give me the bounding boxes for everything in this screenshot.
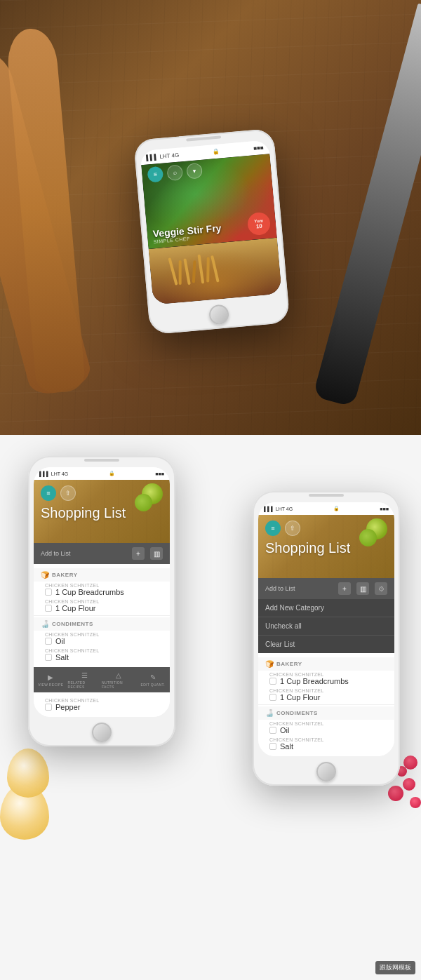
tab-view-recipe[interactable]: ▶ VIEW RECIPE [34,673,68,687]
list-item-oil-left[interactable]: CHICKEN SCHNITZEL Oil [34,631,170,647]
item-name-fl-left: 1 Cup Flour [55,604,95,612]
home-button-right[interactable] [316,762,336,781]
home-button-left[interactable] [92,723,112,742]
checkbox-salt-right[interactable] [269,743,276,750]
app-screen-1: ≡ ⌕ ▾ Veggie Stir Fry [141,154,282,304]
fry-1 [168,257,178,286]
battery-right: ■■■ [380,506,389,511]
share-icon-left: ⇧ [65,490,71,497]
gear-button-right[interactable]: ⚙ [375,582,387,595]
tab-nutrition-label: NUTRITION FACTS [102,680,136,689]
item-name-oil-left: Oil [55,637,65,645]
status-bar-right: ▌▌▌ LHT 4G 🔒 ■■■ [258,502,394,515]
list-item-salt-left[interactable]: CHICKEN SCHNITZEL Salt [34,647,170,663]
filter-icon: ▾ [192,168,196,175]
dropdown-add-category[interactable]: Add New Category [258,599,394,617]
category-bakery-left: 🍞 BAKERY [34,568,170,582]
item-name-salt-left: Salt [55,653,69,662]
phone-1: ▌▌▌ LHT 4G 🔒 ■■■ ≡ ⌕ ▾ [133,128,290,335]
item-name-fl-right: 1 Cup Flour [280,693,320,702]
dropdown-menu: Add New Category Uncheck all Clear List [258,599,394,653]
list-item-breadcrumbs-left[interactable]: CHICKEN SCHNITZEL 1 Cup Breadcrumbs [34,582,170,598]
list-item-flour-left[interactable]: CHICKEN SCHNITZEL 1 Cup Flour [34,598,170,614]
barcode-button-right[interactable]: ▥ [356,582,369,595]
checkbox-oil-left[interactable] [45,638,52,645]
watermark: 跟版网模板 [375,961,415,974]
fry-6 [206,257,210,283]
item-name-salt-right: Salt [280,742,293,751]
filter-button[interactable]: ▾ [186,163,203,180]
phone-right-wrapper: ▌▌▌ LHT 4G 🔒 ■■■ ≡ ⇧ [253,491,400,786]
checkbox-fl-right[interactable] [269,694,276,701]
dropdown-clear-list[interactable]: Clear List [258,636,394,653]
berry-5 [410,797,421,808]
list-item-breadcrumbs-right[interactable]: CHICKEN SCHNITZEL 1 Cup Breadcrumbs [258,671,394,687]
checkbox-bc-right[interactable] [269,678,276,685]
phone-left-inner: ▌▌▌ LHT 4G 🔒 ■■■ ≡ ⇧ [34,467,170,717]
category-condiments-left: 🍶 CONDIMENTS [34,617,170,631]
category-condiments-right: 🍶 CONDIMENTS [258,706,394,720]
add-to-list-label-left: Add to List [41,550,126,557]
condiments-icon-right: 🍶 [265,709,274,717]
battery-left: ■■■ [155,471,164,476]
tab-view-icon: ▶ [48,673,53,681]
bakery-icon-left: 🍞 [41,571,49,579]
tab-related-label: RELATED RECIPES [68,680,102,689]
checkbox-salt-left[interactable] [45,654,52,661]
share-button-left[interactable]: ⇧ [60,485,76,501]
list-item-pepper[interactable]: CHICKEN SCHNITZEL Pepper [34,697,170,713]
tab-nutrition[interactable]: △ NUTRITION FACTS [102,671,136,689]
phone-right-inner: ▌▌▌ LHT 4G 🔒 ■■■ ≡ ⇧ [258,502,394,756]
add-icon-left: + [136,550,140,558]
tab-edit-quant[interactable]: ✎ EDIT QUANT. [136,673,171,687]
list-item-oil-right[interactable]: CHICKEN SCHNITZEL Oil [258,720,394,736]
shopping-title-left: Shopping List [41,505,163,521]
add-button-right[interactable]: + [338,582,351,595]
phone-1-wrapper: ▌▌▌ LHT 4G 🔒 ■■■ ≡ ⌕ ▾ [133,128,290,335]
lock-icon: 🔒 [213,148,220,155]
item-name-oil-right: Oil [280,726,289,734]
condiments-label-left: CONDIMENTS [52,621,93,627]
dropdown-uncheck-all[interactable]: Uncheck all [258,617,394,636]
bakery-icon-right: 🍞 [265,660,274,668]
item-name-pepper: Pepper [55,703,80,711]
home-button-1[interactable] [208,304,229,325]
menu-button[interactable]: ≡ [147,166,163,183]
shopping-title-right: Shopping List [265,540,387,556]
barcode-button-left[interactable]: ▥ [150,547,163,560]
fry-5 [197,254,204,283]
menu-icon-left: ≡ [46,490,50,497]
signal-left: ▌▌▌ LHT 4G [39,471,68,476]
tab-nutrition-icon: △ [116,671,121,679]
signal-right: ▌▌▌ LHT 4G [264,506,293,511]
tab-related-recipes[interactable]: ☰ RELATED RECIPES [68,671,102,689]
item-name-bc-left: 1 Cup Breadcrumbs [55,588,124,596]
search-button[interactable]: ⌕ [166,164,183,181]
add-icon-right: + [342,585,347,593]
fry-4 [192,260,196,283]
list-item-flour-right[interactable]: CHICKEN SCHNITZEL 1 Cup Flour [258,687,394,703]
add-button-left[interactable]: + [132,547,145,560]
item-source-pepper: CHICKEN SCHNITZEL [45,698,163,703]
item-source-oil-left: CHICKEN SCHNITZEL [45,632,163,637]
checkbox-fl-left[interactable] [45,605,52,612]
menu-button-left[interactable]: ≡ [41,485,56,501]
share-button-right[interactable]: ⇧ [285,521,300,536]
list-item-salt-right[interactable]: CHICKEN SCHNITZEL Salt [258,736,394,752]
shopping-header-left: ≡ ⇧ Shopping List [34,480,170,543]
bakery-label-right: BAKERY [276,661,302,667]
add-to-list-label-right: Add to List [265,585,333,592]
checkbox-pepper[interactable] [45,704,52,711]
fry-2 [179,260,182,285]
menu-button-right[interactable]: ≡ [265,521,281,536]
checkbox-oil-right[interactable] [269,727,276,734]
yum-badge[interactable]: Yum 10 [247,212,272,236]
recipe-card-2[interactable] [149,238,282,305]
search-icon: ⌕ [173,169,177,176]
item-source-fl-right: CHICKEN SCHNITZEL [269,688,387,693]
checkbox-bc-left[interactable] [45,589,52,596]
bakery-label-left: BAKERY [52,572,77,578]
list-body-left: 🍞 BAKERY CHICKEN SCHNITZEL 1 Cup Breadcr… [34,564,170,667]
divider-1-left [34,615,170,616]
status-bar-left: ▌▌▌ LHT 4G 🔒 ■■■ [34,467,170,480]
